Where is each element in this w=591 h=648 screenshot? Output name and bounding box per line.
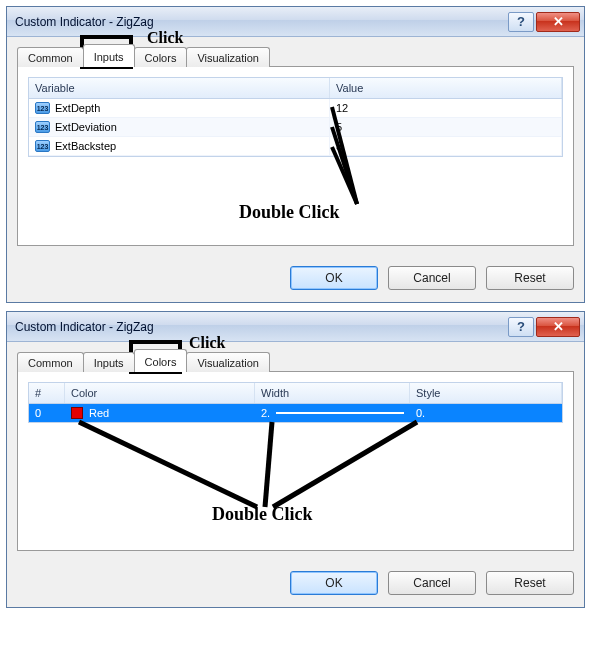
tab-colors[interactable]: Colors [134, 47, 188, 67]
tab-panel-inputs: Variable Value 123ExtDepth 12 123ExtDevi… [17, 66, 574, 246]
window-title: Custom Indicator - ZigZag [15, 15, 506, 29]
help-icon: ? [517, 14, 525, 29]
table-row[interactable]: 123ExtBackstep 3 [29, 137, 562, 156]
style-value: 0. [416, 407, 425, 419]
var-value[interactable]: 12 [330, 99, 562, 118]
col-index[interactable]: # [29, 383, 65, 403]
close-icon: ✕ [553, 14, 564, 29]
help-button[interactable]: ? [508, 12, 534, 32]
int-icon: 123 [35, 140, 50, 152]
var-value[interactable]: 5 [330, 118, 562, 137]
window-title: Custom Indicator - ZigZag [15, 320, 506, 334]
var-name: ExtBackstep [55, 140, 116, 152]
colors-grid: # Color Width Style 0 Red 2. [28, 382, 563, 423]
tab-common[interactable]: Common [17, 352, 84, 372]
int-icon: 123 [35, 102, 50, 114]
help-icon: ? [517, 319, 525, 334]
col-value[interactable]: Value [330, 78, 562, 98]
ok-button[interactable]: OK [290, 571, 378, 595]
table-row[interactable]: 123ExtDeviation 5 [29, 118, 562, 137]
tab-visualization[interactable]: Visualization [186, 352, 270, 372]
close-button[interactable]: ✕ [536, 12, 580, 32]
grid-header: # Color Width Style [29, 383, 562, 404]
color-swatch-icon [71, 407, 83, 419]
button-row: OK Cancel Reset [7, 256, 584, 302]
col-style[interactable]: Style [410, 383, 562, 403]
row-style-cell[interactable]: 0. [410, 404, 562, 422]
tab-inputs[interactable]: Inputs [83, 44, 135, 67]
tab-common[interactable]: Common [17, 47, 84, 67]
table-row[interactable]: 123ExtDepth 12 [29, 99, 562, 118]
table-row[interactable]: 0 Red 2. 0. [29, 404, 562, 422]
dialog-colors: Custom Indicator - ZigZag ? ✕ Common Inp… [6, 311, 585, 608]
width-preview-icon [276, 412, 404, 414]
tabs: Common Inputs Colors Visualization [17, 43, 574, 67]
grid-header: Variable Value [29, 78, 562, 99]
col-color[interactable]: Color [65, 383, 255, 403]
titlebar[interactable]: Custom Indicator - ZigZag ? ✕ [7, 312, 584, 342]
reset-button[interactable]: Reset [486, 266, 574, 290]
reset-button[interactable]: Reset [486, 571, 574, 595]
tab-colors[interactable]: Colors [134, 349, 188, 372]
cancel-button[interactable]: Cancel [388, 571, 476, 595]
row-index[interactable]: 0 [29, 404, 65, 422]
var-value[interactable]: 3 [330, 137, 562, 156]
inputs-grid: Variable Value 123ExtDepth 12 123ExtDevi… [28, 77, 563, 157]
var-name: ExtDeviation [55, 121, 117, 133]
tabs: Common Inputs Colors Visualization [17, 348, 574, 372]
ok-button[interactable]: OK [290, 266, 378, 290]
dialog-inputs: Custom Indicator - ZigZag ? ✕ Common Inp… [6, 6, 585, 303]
titlebar[interactable]: Custom Indicator - ZigZag ? ✕ [7, 7, 584, 37]
tab-inputs[interactable]: Inputs [83, 352, 135, 372]
cancel-button[interactable]: Cancel [388, 266, 476, 290]
row-width-cell[interactable]: 2. [255, 404, 410, 422]
col-variable[interactable]: Variable [29, 78, 330, 98]
row-color-cell[interactable]: Red [65, 404, 255, 422]
close-button[interactable]: ✕ [536, 317, 580, 337]
tab-panel-colors: # Color Width Style 0 Red 2. [17, 371, 574, 551]
col-width[interactable]: Width [255, 383, 410, 403]
color-name: Red [89, 407, 109, 419]
button-row: OK Cancel Reset [7, 561, 584, 607]
close-icon: ✕ [553, 319, 564, 334]
var-name: ExtDepth [55, 102, 100, 114]
tab-visualization[interactable]: Visualization [186, 47, 270, 67]
width-value: 2. [261, 407, 270, 419]
int-icon: 123 [35, 121, 50, 133]
help-button[interactable]: ? [508, 317, 534, 337]
